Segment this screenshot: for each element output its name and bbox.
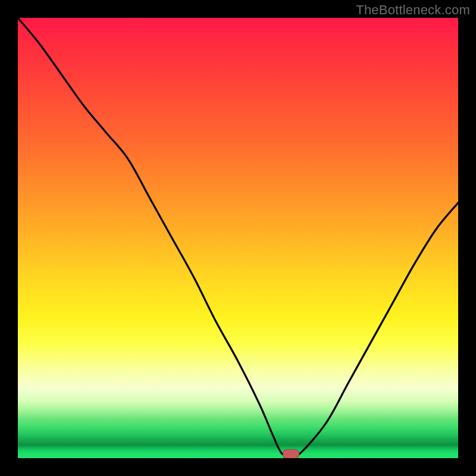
plot-area <box>18 18 458 458</box>
bottleneck-curve <box>18 18 458 458</box>
chart-frame: TheBottleneck.com <box>0 0 476 476</box>
watermark-text: TheBottleneck.com <box>356 2 470 18</box>
optimum-marker <box>283 449 299 458</box>
